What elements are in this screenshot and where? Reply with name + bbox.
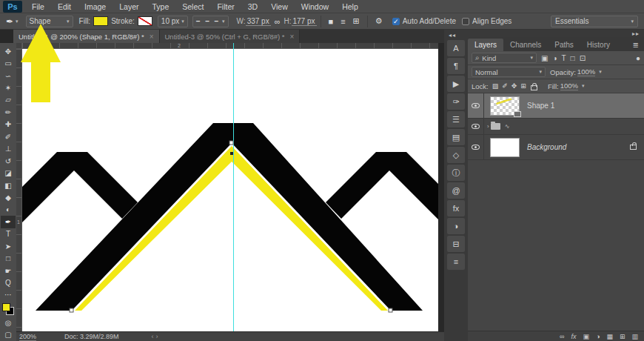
pen-tool[interactable]: ✒ bbox=[1, 216, 16, 228]
menu-type[interactable]: Type bbox=[145, 0, 175, 13]
close-icon[interactable]: × bbox=[150, 33, 154, 41]
move-tool[interactable]: ✥ bbox=[1, 45, 16, 57]
lock-all-icon[interactable] bbox=[531, 85, 537, 90]
collapse-panel-arrows[interactable]: ▸▸ bbox=[632, 30, 640, 37]
menu-layer[interactable]: Layer bbox=[113, 0, 145, 13]
lock-position-icon[interactable]: ✥ bbox=[511, 82, 517, 90]
actions-panel-icon[interactable]: ▶ bbox=[447, 76, 465, 92]
type-tool[interactable]: T bbox=[1, 228, 16, 240]
clone-stamp-tool[interactable]: ⊥ bbox=[1, 143, 16, 155]
align-edges-checkbox[interactable] bbox=[462, 18, 469, 25]
info-panel-icon[interactable]: ⓘ bbox=[447, 165, 465, 181]
menu-window[interactable]: Window bbox=[295, 0, 335, 13]
quick-mask-button[interactable]: ◎ bbox=[1, 317, 16, 328]
lasso-tool[interactable]: ∽ bbox=[1, 70, 16, 82]
anchor-point-left[interactable] bbox=[70, 308, 73, 312]
more-tools-button[interactable]: ⋯ bbox=[1, 289, 16, 301]
gradient-tool[interactable]: ◧ bbox=[1, 179, 16, 191]
stroke-color-swatch[interactable] bbox=[138, 16, 152, 26]
eyedropper-tool[interactable]: ✏ bbox=[1, 106, 16, 118]
anchor-point-right[interactable] bbox=[389, 308, 392, 312]
blur-tool[interactable]: ◆ bbox=[1, 191, 16, 203]
fill-color-swatch[interactable] bbox=[93, 16, 108, 26]
adjustments-panel-icon[interactable]: ◑ bbox=[447, 218, 465, 234]
paragraph-panel-icon[interactable]: ¶ bbox=[447, 58, 465, 74]
screen-mode-button[interactable]: ▢ bbox=[1, 329, 16, 341]
zoom-level-field[interactable]: 200% bbox=[19, 333, 36, 341]
adjustment-layer-icon[interactable]: ◑ bbox=[596, 333, 600, 340]
new-group-icon[interactable]: ▦ bbox=[606, 333, 613, 340]
delete-layer-icon[interactable]: ▥ bbox=[631, 333, 638, 340]
path-alignment-icon[interactable]: ≡ bbox=[341, 17, 345, 26]
layer-row-group[interactable]: › ∿ bbox=[468, 119, 644, 135]
opacity-field[interactable]: 100% bbox=[577, 67, 595, 76]
filter-toggle-icon[interactable]: ● bbox=[636, 54, 640, 62]
stroke-width-dropdown[interactable]: 10 px ▾ bbox=[158, 16, 188, 27]
layer-name[interactable]: Shape 1 bbox=[527, 102, 554, 110]
foreground-color-swatch[interactable] bbox=[2, 303, 10, 311]
crop-tool[interactable]: ▱ bbox=[1, 94, 16, 106]
menu-edit[interactable]: Edit bbox=[51, 0, 78, 13]
tab-channels[interactable]: Channels bbox=[503, 39, 548, 51]
3d-panel-icon[interactable]: ◇ bbox=[447, 147, 465, 163]
brush-tool[interactable]: ✐ bbox=[1, 130, 16, 142]
expand-chevron-icon[interactable]: › bbox=[487, 123, 489, 130]
shape-width-field[interactable]: 337 px bbox=[246, 17, 271, 26]
styles-panel-icon[interactable]: fx bbox=[447, 200, 465, 216]
visibility-toggle[interactable] bbox=[468, 93, 484, 118]
ruler-horizontal[interactable]: 2 bbox=[22, 43, 438, 49]
notes-panel-icon[interactable]: ≡ bbox=[447, 254, 465, 270]
filter-type-icon[interactable]: T bbox=[562, 54, 566, 62]
magic-wand-tool[interactable]: ✶ bbox=[1, 82, 16, 93]
anchor-point-selected[interactable] bbox=[230, 152, 233, 155]
menu-view[interactable]: View bbox=[264, 0, 295, 13]
group-name[interactable]: ∿ bbox=[505, 123, 510, 130]
filter-adjustment-icon[interactable]: ◑ bbox=[552, 54, 557, 62]
hand-tool[interactable]: ☛ bbox=[1, 265, 16, 277]
shape-height-field[interactable]: 177 px bbox=[292, 17, 317, 26]
lock-artboard-icon[interactable]: ⊞ bbox=[520, 82, 526, 90]
layer-thumbnail[interactable] bbox=[490, 96, 520, 116]
layer-row-background[interactable]: Background bbox=[468, 135, 644, 160]
visibility-toggle[interactable] bbox=[468, 119, 484, 134]
lock-transparent-icon[interactable]: ▨ bbox=[492, 82, 499, 90]
healing-brush-tool[interactable]: ✚ bbox=[1, 119, 16, 130]
close-icon[interactable]: × bbox=[289, 33, 294, 41]
link-layers-icon[interactable]: ∞ bbox=[560, 333, 564, 340]
menu-filter[interactable]: Filter bbox=[210, 0, 241, 13]
anchor-point-apex[interactable] bbox=[229, 141, 233, 145]
menu-3d[interactable]: 3D bbox=[241, 0, 264, 13]
gear-icon[interactable]: ⚙ bbox=[375, 16, 383, 26]
filter-shape-icon[interactable]: □ bbox=[571, 54, 575, 62]
menu-file[interactable]: File bbox=[25, 0, 51, 13]
character-panel-icon[interactable]: A bbox=[447, 40, 465, 56]
new-layer-icon[interactable]: ⊞ bbox=[620, 333, 625, 340]
lock-paint-icon[interactable]: ✐ bbox=[502, 82, 508, 90]
filter-pixel-icon[interactable]: ▣ bbox=[541, 54, 548, 62]
marquee-tool[interactable]: ▭ bbox=[1, 57, 16, 69]
auto-add-delete-checkbox[interactable]: ✓ bbox=[392, 18, 400, 25]
layer-mask-icon[interactable]: ▣ bbox=[583, 333, 589, 340]
stroke-type-dropdown[interactable]: – – – ▾ bbox=[192, 16, 229, 27]
fill-field[interactable]: 100% bbox=[560, 82, 578, 90]
history-brush-tool[interactable]: ↺ bbox=[1, 155, 16, 167]
path-operations-icon[interactable]: ■ bbox=[329, 17, 334, 26]
document-tab-untitled-3[interactable]: Untitled-3 @ 50% (Ctrl + G, RGB/8#) * × bbox=[160, 30, 301, 43]
layer-name[interactable]: Background bbox=[527, 143, 566, 151]
visibility-toggle[interactable] bbox=[468, 135, 484, 159]
brush-settings-panel-icon[interactable]: ☰ bbox=[447, 111, 465, 128]
menu-image[interactable]: Image bbox=[78, 0, 113, 13]
zoom-tool[interactable]: Q bbox=[1, 277, 16, 288]
menu-select[interactable]: Select bbox=[175, 0, 210, 13]
color-swatches[interactable] bbox=[2, 303, 14, 315]
layer-effects-icon[interactable]: fx bbox=[571, 333, 576, 340]
status-flyout-arrows[interactable]: ‹› bbox=[152, 333, 161, 340]
layer-comps-panel-icon[interactable]: ⊟ bbox=[447, 236, 465, 252]
path-selection-tool[interactable]: ➤ bbox=[1, 240, 16, 252]
link-dimensions-icon[interactable]: ∞ bbox=[275, 17, 281, 26]
panel-menu-icon[interactable]: ≣ bbox=[628, 39, 644, 51]
path-arrangement-icon[interactable]: ⊞ bbox=[353, 16, 360, 26]
filter-smart-object-icon[interactable]: ⊡ bbox=[580, 54, 586, 62]
shape-tool[interactable]: □ bbox=[1, 252, 16, 264]
blend-mode-dropdown[interactable]: Normal ▾ bbox=[472, 67, 546, 77]
